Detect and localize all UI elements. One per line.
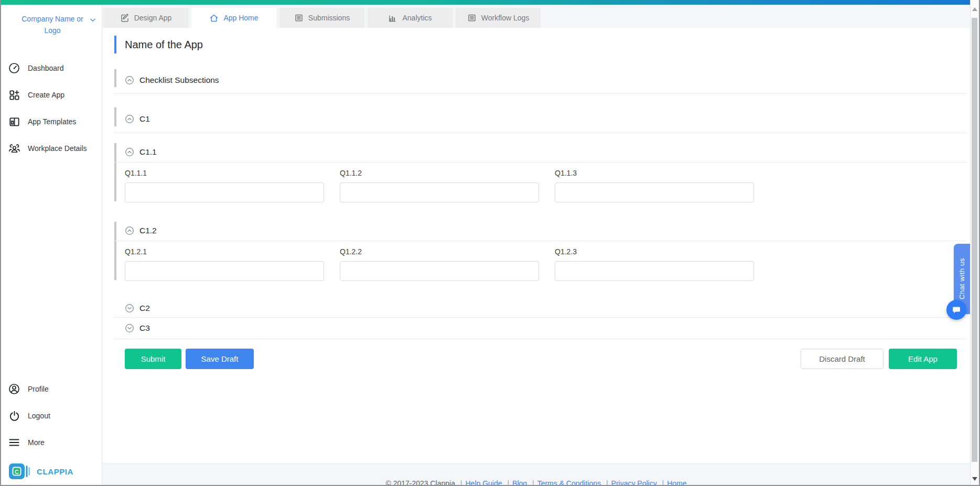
tab-app-home[interactable]: App Home — [191, 8, 276, 28]
scrollbar-thumb[interactable] — [972, 18, 977, 462]
scrollbar-down-arrow-icon[interactable] — [972, 477, 977, 481]
question-field: Q1.1.2 — [340, 169, 539, 202]
footer-link-blog[interactable]: Blog — [512, 479, 527, 485]
chevron-down-icon — [89, 16, 96, 24]
company-name-line2: Logo — [8, 25, 96, 36]
collapse-chevron-up-icon[interactable] — [125, 75, 134, 85]
tab-bar: Design App App Home Submissions Analytic… — [102, 5, 970, 28]
section-checklist-subsections[interactable]: Checklist Subsections — [113, 67, 967, 94]
main-content: Name of the App Checklist Subsections C1 — [102, 28, 970, 463]
question-row: Q1.2.1 Q1.2.2 Q1.2.3 — [125, 247, 967, 282]
chat-bubble-icon — [951, 305, 962, 315]
discard-draft-button[interactable]: Discard Draft — [801, 349, 884, 369]
app-window: Company Name or Logo Dashboard Create Ap… — [0, 0, 980, 486]
sidebar-item-label: Create App — [28, 91, 64, 99]
chat-bubble-button[interactable] — [946, 300, 966, 320]
question-field: Q1.2.1 — [125, 247, 324, 281]
question-field: Q1.2.3 — [555, 247, 754, 281]
company-selector[interactable]: Company Name or Logo — [1, 5, 102, 36]
section-c3[interactable]: C3 — [113, 318, 967, 339]
question-input-q1-1-3[interactable] — [555, 182, 754, 202]
profile-icon — [7, 382, 21, 396]
edit-icon — [120, 13, 130, 23]
list-box-icon — [467, 13, 477, 23]
top-gradient-bar — [1, 0, 970, 5]
question-field: Q1.1.3 — [555, 169, 754, 202]
question-input-q1-2-2[interactable] — [340, 261, 539, 281]
edit-app-button[interactable]: Edit App — [889, 349, 957, 369]
logout-icon — [7, 409, 21, 423]
workplace-details-icon — [7, 142, 21, 155]
clappia-logo-icon: C — [8, 462, 31, 480]
footer-link-home[interactable]: Home — [667, 479, 686, 485]
question-label: Q1.2.1 — [125, 247, 324, 257]
collapse-chevron-up-icon[interactable] — [125, 226, 134, 235]
question-input-q1-1-2[interactable] — [340, 182, 539, 202]
footer-link-privacy[interactable]: Privacy Policy — [611, 479, 657, 485]
clappia-wordmark: CLAPPIA — [37, 467, 73, 476]
section-indent-bar — [114, 69, 116, 87]
question-input-q1-1-1[interactable] — [125, 182, 324, 202]
footer: © 2017-2023 Clappia |Help Guide |Blog |T… — [102, 463, 970, 485]
sidebar-bottom: Profile Logout More C CLAPPIA — [1, 382, 102, 481]
collapse-chevron-up-icon[interactable] — [125, 114, 134, 124]
svg-text:C: C — [15, 469, 19, 475]
section-c1-1[interactable]: C1.1 — [113, 142, 967, 163]
section-c1-2[interactable]: C1.2 — [113, 220, 967, 241]
sidebar-item-create-app[interactable]: Create App — [1, 87, 102, 103]
section-c2[interactable]: C2 — [113, 299, 967, 318]
vertical-scrollbar[interactable] — [970, 0, 979, 485]
sidebar-item-label: App Templates — [28, 117, 76, 126]
section-label: C3 — [139, 323, 150, 333]
sidebar-item-logout[interactable]: Logout — [1, 408, 102, 423]
sidebar-item-label: Profile — [28, 385, 49, 393]
sidebar-item-dashboard[interactable]: Dashboard — [1, 60, 102, 76]
sidebar-item-profile[interactable]: Profile — [1, 382, 102, 396]
actions-row: Submit Save Draft Discard Draft Edit App — [113, 349, 967, 369]
tab-label: App Home — [223, 14, 258, 22]
dashboard-gauge-icon — [7, 61, 21, 75]
company-name-line1: Company Name or — [8, 13, 96, 25]
bar-chart-icon — [388, 13, 397, 23]
question-input-q1-2-1[interactable] — [125, 261, 324, 281]
tab-design-app[interactable]: Design App — [103, 8, 188, 28]
sidebar-item-more[interactable]: More — [1, 435, 102, 450]
tab-label: Analytics — [402, 14, 432, 22]
section-label: C1.1 — [139, 147, 157, 157]
tab-workflow-logs[interactable]: Workflow Logs — [456, 8, 541, 28]
section-block-c1-1: C1.1 Q1.1.1 Q1.1.2 Q1.1.3 — [113, 142, 967, 203]
create-app-icon — [7, 88, 21, 102]
section-c1[interactable]: C1 — [113, 105, 967, 133]
footer-link-help-guide[interactable]: Help Guide — [465, 479, 502, 485]
tab-submissions[interactable]: Submissions — [279, 8, 364, 28]
submit-button[interactable]: Submit — [125, 349, 181, 369]
footer-link-terms[interactable]: Terms & Conditions — [537, 479, 601, 485]
clappia-brand[interactable]: C CLAPPIA — [1, 462, 102, 481]
section-indent-bar — [114, 107, 116, 126]
chat-tab-label: Chat with us — [958, 258, 966, 299]
question-label: Q1.1.2 — [340, 169, 539, 178]
tab-label: Design App — [134, 14, 172, 22]
app-templates-icon — [7, 115, 21, 128]
save-draft-button[interactable]: Save Draft — [186, 349, 254, 369]
sidebar-item-label: Logout — [28, 412, 50, 420]
scrollbar-up-arrow-icon[interactable] — [972, 7, 977, 11]
collapse-chevron-up-icon[interactable] — [125, 147, 134, 157]
section-label: C1 — [139, 114, 150, 124]
sidebar-item-label: Workplace Details — [28, 144, 87, 153]
sidebar-item-app-templates[interactable]: App Templates — [1, 114, 102, 129]
collapse-chevron-down-icon[interactable] — [125, 304, 134, 313]
more-icon — [7, 436, 21, 449]
section-label: Checklist Subsections — [139, 75, 219, 85]
question-field: Q1.1.1 — [125, 169, 324, 202]
question-row: Q1.1.1 Q1.1.2 Q1.1.3 — [125, 169, 967, 203]
section-block-c1-2: C1.2 Q1.2.1 Q1.2.2 Q1.2.3 — [113, 220, 967, 282]
sidebar-item-label: More — [28, 438, 45, 447]
section-label: C1.2 — [139, 226, 157, 235]
sidebar-item-workplace-details[interactable]: Workplace Details — [1, 141, 102, 156]
collapse-chevron-down-icon[interactable] — [125, 323, 134, 333]
page-title: Name of the App — [125, 39, 203, 51]
tab-analytics[interactable]: Analytics — [368, 8, 453, 28]
question-label: Q1.1.1 — [125, 169, 324, 178]
question-input-q1-2-3[interactable] — [555, 261, 754, 281]
